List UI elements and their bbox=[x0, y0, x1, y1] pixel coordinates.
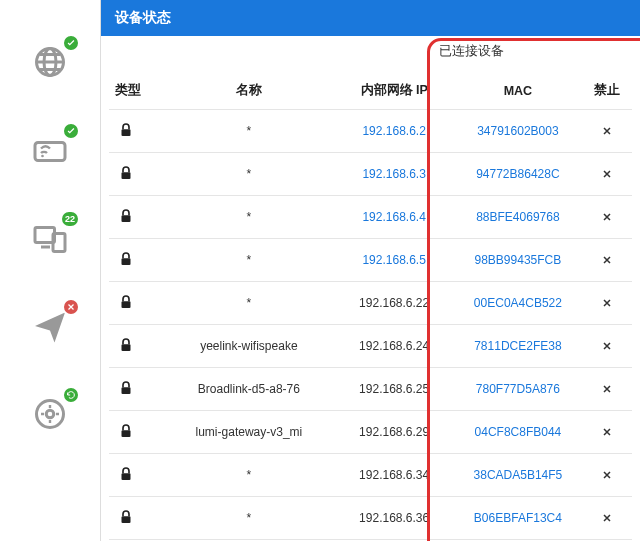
table-row: lumi-gateway-v3_mi192.168.6.2904CF8C8FB0… bbox=[109, 411, 632, 454]
col-mac: MAC bbox=[453, 42, 582, 110]
x-icon bbox=[601, 512, 613, 524]
badge-count-text: 22 bbox=[65, 214, 75, 224]
ban-button[interactable] bbox=[594, 247, 620, 273]
device-table: 类型 名称 内部网络 IP MAC 禁止 *192.168.6.23479160… bbox=[109, 42, 632, 541]
device-ip-link[interactable]: 192.168.6.3 bbox=[362, 167, 425, 181]
device-name: * bbox=[247, 253, 252, 267]
page-title: 设备状态 bbox=[115, 9, 171, 27]
device-name: Broadlink-d5-a8-76 bbox=[198, 382, 300, 396]
device-mac-link[interactable]: 88BFE4069768 bbox=[476, 210, 559, 224]
device-name: * bbox=[247, 124, 252, 138]
x-icon bbox=[601, 254, 613, 266]
lock-icon bbox=[117, 379, 135, 397]
disk-icon bbox=[32, 396, 68, 432]
device-mac-link[interactable]: 38CADA5B14F5 bbox=[474, 468, 563, 482]
globe-icon bbox=[32, 44, 68, 80]
badge-ok bbox=[62, 386, 80, 404]
nav-item-globe[interactable] bbox=[28, 40, 72, 84]
device-ip-link[interactable]: 192.168.6.2 bbox=[362, 124, 425, 138]
lock-icon bbox=[117, 422, 135, 440]
device-mac-link[interactable]: 94772B86428C bbox=[476, 167, 559, 181]
device-name: * bbox=[247, 296, 252, 310]
device-mac-link[interactable]: 780F77D5A876 bbox=[476, 382, 560, 396]
nav-item-disk[interactable] bbox=[28, 392, 72, 436]
badge-ok bbox=[62, 122, 80, 140]
x-icon bbox=[601, 469, 613, 481]
table-row: Broadlink-d5-a8-76192.168.6.25780F77D5A8… bbox=[109, 368, 632, 411]
device-ip-link[interactable]: 192.168.6.5 bbox=[362, 253, 425, 267]
device-name: * bbox=[247, 511, 252, 525]
table-row: yeelink-wifispeake192.168.6.247811DCE2FE… bbox=[109, 325, 632, 368]
ban-button[interactable] bbox=[594, 462, 620, 488]
device-mac-link[interactable]: 7811DCE2FE38 bbox=[474, 339, 561, 353]
lock-icon bbox=[117, 336, 135, 354]
table-row: *192.168.6.394772B86428C bbox=[109, 153, 632, 196]
badge-count: 22 bbox=[60, 210, 80, 228]
table-row: *192.168.6.488BFE4069768 bbox=[109, 196, 632, 239]
device-mac-link[interactable]: 04CF8C8FB044 bbox=[475, 425, 562, 439]
ban-button[interactable] bbox=[594, 376, 620, 402]
x-icon bbox=[601, 168, 613, 180]
col-ban: 禁止 bbox=[582, 42, 632, 110]
lock-icon bbox=[117, 465, 135, 483]
device-mac-link[interactable]: 34791602B003 bbox=[477, 124, 558, 138]
badge-error bbox=[62, 298, 80, 316]
device-mac-link[interactable]: 98BB99435FCB bbox=[475, 253, 562, 267]
device-ip: 192.168.6.22 bbox=[359, 296, 429, 310]
lock-icon bbox=[117, 293, 135, 311]
nav-item-devices[interactable]: 22 bbox=[28, 216, 72, 260]
badge-ok bbox=[62, 34, 80, 52]
device-ip: 192.168.6.24 bbox=[359, 339, 429, 353]
lock-icon bbox=[117, 121, 135, 139]
ban-button[interactable] bbox=[594, 161, 620, 187]
ban-button[interactable] bbox=[594, 118, 620, 144]
ban-button[interactable] bbox=[594, 290, 620, 316]
device-name: yeelink-wifispeake bbox=[200, 339, 297, 353]
device-ip: 192.168.6.36 bbox=[359, 511, 429, 525]
table-row: *192.168.6.2200EC0A4CB522 bbox=[109, 282, 632, 325]
check-icon bbox=[66, 38, 76, 48]
main-panel: 设备状态 已连接设备 类型 名称 内部网络 IP MAC bbox=[100, 0, 640, 541]
table-row: *192.168.6.234791602B003 bbox=[109, 110, 632, 153]
topbar: 设备状态 bbox=[101, 0, 640, 36]
sidebar: 22 bbox=[0, 0, 100, 541]
x-icon bbox=[601, 297, 613, 309]
device-ip-link[interactable]: 192.168.6.4 bbox=[362, 210, 425, 224]
lock-icon bbox=[117, 207, 135, 225]
device-name: * bbox=[247, 210, 252, 224]
device-scroll[interactable]: 已连接设备 类型 名称 内部网络 IP MAC 禁止 bbox=[101, 36, 640, 541]
device-mac-link[interactable]: B06EBFAF13C4 bbox=[474, 511, 562, 525]
x-icon bbox=[601, 211, 613, 223]
refresh-icon bbox=[66, 390, 76, 400]
lock-icon bbox=[117, 508, 135, 526]
lock-icon bbox=[117, 164, 135, 182]
ban-button[interactable] bbox=[594, 419, 620, 445]
send-icon bbox=[32, 308, 68, 344]
x-icon bbox=[601, 125, 613, 137]
col-type: 类型 bbox=[109, 42, 163, 110]
table-header-row: 类型 名称 内部网络 IP MAC 禁止 bbox=[109, 42, 632, 110]
wireless-icon bbox=[32, 132, 68, 168]
device-name: * bbox=[247, 167, 252, 181]
x-icon bbox=[66, 302, 76, 312]
device-mac-link[interactable]: 00EC0A4CB522 bbox=[474, 296, 562, 310]
col-ip: 内部网络 IP bbox=[335, 42, 453, 110]
nav-item-send[interactable] bbox=[28, 304, 72, 348]
x-icon bbox=[601, 383, 613, 395]
device-ip: 192.168.6.25 bbox=[359, 382, 429, 396]
device-name: lumi-gateway-v3_mi bbox=[196, 425, 303, 439]
x-icon bbox=[601, 426, 613, 438]
table-row: *192.168.6.3438CADA5B14F5 bbox=[109, 454, 632, 497]
ban-button[interactable] bbox=[594, 505, 620, 531]
ban-button[interactable] bbox=[594, 204, 620, 230]
nav-item-wireless[interactable] bbox=[28, 128, 72, 172]
check-icon bbox=[66, 126, 76, 136]
device-name: * bbox=[247, 468, 252, 482]
table-row: *192.168.6.598BB99435FCB bbox=[109, 239, 632, 282]
device-ip: 192.168.6.29 bbox=[359, 425, 429, 439]
x-icon bbox=[601, 340, 613, 352]
device-ip: 192.168.6.34 bbox=[359, 468, 429, 482]
lock-icon bbox=[117, 250, 135, 268]
col-name: 名称 bbox=[163, 42, 335, 110]
ban-button[interactable] bbox=[594, 333, 620, 359]
